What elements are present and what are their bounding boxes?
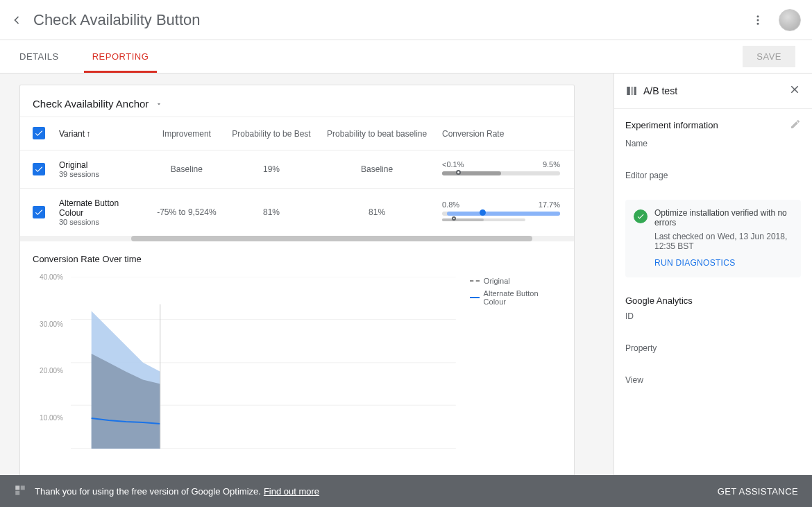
col-variant[interactable]: Variant↑ — [52, 117, 149, 151]
report-card: Check Availability Anchor Variant↑ — [19, 85, 575, 475]
pencil-icon — [790, 119, 801, 130]
section-title: Experiment information — [625, 120, 718, 130]
run-diagnostics-link[interactable]: RUN DIAGNOSTICS — [654, 258, 793, 268]
conversion-range-bar — [442, 171, 560, 175]
table-row: Original 39 sessions Baseline 19% Baseli… — [20, 151, 574, 189]
footer-link[interactable]: Find out more — [264, 486, 319, 497]
col-prob-beat[interactable]: Probability to beat baseline — [319, 117, 435, 151]
cr-low: 0.8% — [442, 200, 459, 209]
cr-high: 17.7% — [539, 200, 560, 209]
conversion-range-bar — [442, 212, 560, 216]
optimize-icon — [14, 484, 26, 499]
more-vert-icon — [752, 14, 764, 26]
panel-title: A/B test — [643, 85, 677, 96]
status-message: Optimize installation verified with no e… — [654, 208, 793, 227]
cr-low: <0.1% — [442, 160, 464, 169]
variant-name: Alternate Button Colour — [59, 198, 142, 218]
row-checkbox[interactable] — [33, 206, 45, 218]
cell-prob-beat: Baseline — [319, 151, 435, 189]
objective-selector[interactable]: Check Availability Anchor — [33, 98, 162, 110]
table-row: Alternate Button Colour 30 sessions -75%… — [20, 189, 574, 237]
sidebar-panel: A/B test Experiment information Name Edi… — [614, 74, 812, 475]
svg-rect-12 — [15, 485, 19, 490]
footer-bar: Thank you for using the free version of … — [0, 475, 812, 507]
ytick: 10.00% — [40, 413, 63, 421]
ytick: 30.00% — [40, 320, 63, 327]
install-status-card: Optimize installation verified with no e… — [625, 200, 801, 277]
sort-asc-icon: ↑ — [86, 129, 90, 139]
horizontal-scrollbar[interactable] — [20, 236, 574, 241]
tab-details[interactable]: DETAILS — [17, 40, 62, 73]
page-title: Check Availability Button — [33, 11, 745, 29]
field-name: Name — [614, 136, 812, 168]
cr-high: 9.5% — [543, 160, 560, 169]
save-button[interactable]: SAVE — [743, 46, 795, 67]
col-conv-rate[interactable]: Conversion Rate — [435, 117, 574, 151]
status-timestamp: Last checked on Wed, 13 Jun 2018, 12:35 … — [654, 232, 793, 251]
footer-message: Thank you for using the free version of … — [35, 486, 261, 497]
field-ga-property: Property — [614, 341, 812, 372]
cell-prob-best: 81% — [224, 189, 319, 237]
variants-table: Variant↑ Improvement Probability to be B… — [20, 117, 574, 236]
get-assistance-button[interactable]: GET ASSISTANCE — [718, 486, 798, 497]
back-button[interactable] — [3, 6, 31, 34]
col-improvement[interactable]: Improvement — [149, 117, 224, 151]
svg-rect-13 — [21, 485, 25, 490]
svg-point-1 — [757, 19, 759, 21]
close-icon — [788, 83, 801, 96]
more-menu-button[interactable] — [745, 8, 770, 33]
variant-name: Original — [59, 160, 142, 170]
field-ga-id: ID — [614, 309, 812, 341]
svg-rect-14 — [15, 490, 19, 495]
field-editor-page: Editor page — [614, 168, 812, 200]
row-checkbox[interactable] — [33, 163, 45, 175]
svg-point-0 — [757, 15, 759, 17]
edit-button[interactable] — [790, 119, 801, 132]
cell-prob-best: 19% — [224, 151, 319, 189]
svg-rect-10 — [631, 87, 633, 95]
col-prob-best[interactable]: Probability to be Best — [224, 117, 319, 151]
chart-legend: Original Alternate Button Colour — [470, 277, 561, 464]
select-all-checkbox[interactable] — [33, 127, 45, 139]
arrow-left-icon — [10, 13, 24, 27]
cell-improvement: Baseline — [149, 151, 224, 189]
conversion-chart: 40.00% 30.00% 20.00% 10.00% — [33, 277, 456, 464]
ytick: 20.00% — [40, 367, 63, 375]
success-icon — [634, 209, 648, 223]
user-avatar[interactable] — [779, 9, 801, 31]
variant-sessions: 39 sessions — [59, 170, 142, 178]
check-icon — [34, 207, 44, 217]
chevron-down-icon — [155, 101, 162, 108]
tab-reporting[interactable]: REPORTING — [90, 40, 152, 73]
check-icon — [34, 164, 44, 174]
field-ga-view: View — [614, 372, 812, 404]
cell-prob-beat: 81% — [319, 189, 435, 237]
chart-title: Conversion Rate Over time — [33, 254, 561, 264]
legend-series: Original — [484, 277, 510, 285]
cell-improvement: -75% to 9,524% — [149, 189, 224, 237]
baseline-reference-bar — [442, 218, 525, 221]
svg-rect-11 — [634, 87, 636, 95]
section-title: Google Analytics — [614, 290, 812, 309]
objective-label: Check Availability Anchor — [33, 98, 149, 110]
check-icon — [34, 128, 44, 138]
svg-rect-9 — [627, 87, 630, 95]
svg-point-2 — [757, 22, 759, 24]
ytick: 40.00% — [40, 273, 63, 281]
close-panel-button[interactable] — [788, 83, 801, 98]
ab-test-icon — [625, 85, 638, 97]
variant-sessions: 30 sessions — [59, 218, 142, 226]
legend-series: Alternate Button Colour — [484, 289, 561, 306]
